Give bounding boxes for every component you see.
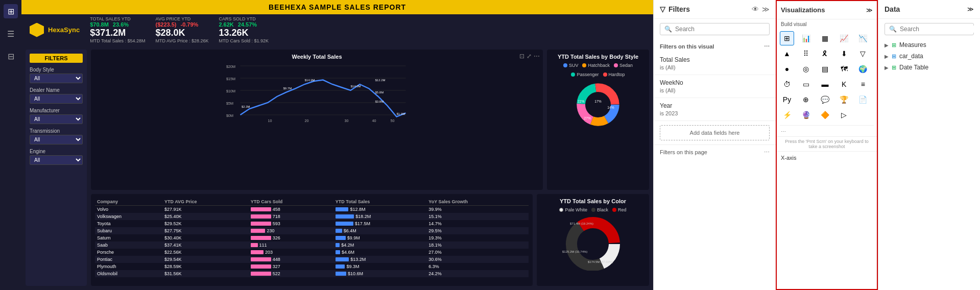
filter-body-style-select[interactable]: All	[30, 74, 83, 83]
filters-search-box[interactable]: 🔍	[660, 23, 770, 35]
color-chart-card: YTD Total Sales by Color Pale White Blac…	[537, 194, 649, 286]
color-chart-title: YTD Total Sales by Color	[541, 198, 645, 204]
viz-filled-map-icon[interactable]: 🌍	[856, 62, 870, 76]
chart-top-row: ⊡ ⤢ ⋯ Weekly Total Sales $20M $15M $10M …	[91, 50, 649, 190]
cell-total: $6.4M	[333, 227, 426, 234]
filter-manufacturer-select[interactable]: All	[30, 114, 83, 124]
viz-custom1-icon[interactable]: 🔮	[799, 108, 813, 122]
filter-body-style: Body Style All	[30, 67, 83, 83]
data-tree-date-table[interactable]: ▶ ⊞ Date Table	[878, 62, 980, 73]
viz-area-icon[interactable]: ▲	[780, 46, 794, 61]
viz-expand-icon[interactable]: ≫	[866, 7, 873, 14]
measures-label: Measures	[899, 41, 926, 49]
metric-avg-price-change1: ($223.5)	[156, 21, 177, 28]
filter-total-sales-name: Total Sales	[660, 56, 770, 63]
viz-card-icon[interactable]: ▭	[799, 77, 813, 91]
filter-engine-select[interactable]: All	[30, 155, 83, 165]
viz-gauge-icon[interactable]: ⏱	[780, 77, 794, 91]
viz-line-icon[interactable]: 📉	[856, 31, 870, 45]
viz-multirow-icon[interactable]: ▬	[818, 77, 832, 91]
viz-table-icon[interactable]: ⊞	[780, 31, 794, 45]
viz-treemap-icon[interactable]: ▤	[818, 62, 832, 76]
data-tree-measures[interactable]: ▶ ⊞ Measures	[878, 39, 980, 51]
viz-ribbon-icon[interactable]: 🎗	[818, 46, 832, 61]
measures-chevron-icon: ▶	[885, 42, 889, 48]
cell-total: $9.3M	[333, 263, 426, 270]
cell-growth: 6.3%	[426, 263, 529, 270]
viz-separator	[780, 125, 874, 126]
filters-search-input[interactable]	[675, 26, 765, 33]
nav-icon-pages[interactable]: ☰	[4, 27, 18, 41]
svg-point-34	[571, 223, 614, 265]
filters-on-page-footer: Filters on this page ⋯	[654, 144, 776, 160]
filters-sidebar: FILTERS Body Style All Dealer Name All M…	[26, 50, 87, 286]
viz-decomp-icon[interactable]: ⊕	[799, 92, 813, 107]
viz-custom3-icon[interactable]: ▷	[837, 108, 851, 122]
viz-azure-icon[interactable]: ⚡	[780, 108, 794, 122]
svg-text:10: 10	[268, 118, 272, 123]
viz-donut-icon[interactable]: ◎	[799, 62, 813, 76]
filter-transmission: Transmission All	[30, 128, 83, 144]
data-search-input[interactable]	[900, 26, 976, 33]
cell-cars: 327	[249, 263, 333, 270]
viz-bar-chart-icon[interactable]: 📊	[799, 31, 813, 45]
viz-python-icon[interactable]: Py	[780, 92, 794, 107]
svg-text:$2.3M: $2.3M	[242, 105, 250, 108]
viz-waterfall-icon[interactable]: ⬇	[837, 46, 851, 61]
legend-dot-suv	[563, 63, 567, 67]
viz-trophy-icon[interactable]: 🏆	[837, 92, 851, 107]
legend-hardtop: Hardtop	[603, 72, 625, 77]
viz-custom2-icon[interactable]: 🔶	[818, 108, 832, 122]
svg-text:$3.8M: $3.8M	[375, 100, 384, 103]
cell-growth: 30.6%	[426, 256, 529, 263]
viz-paginated-icon[interactable]: 📄	[856, 92, 870, 107]
data-tree-car-data[interactable]: ▶ ⊞ car_data	[878, 51, 980, 62]
viz-map-icon[interactable]: 🗺	[837, 62, 851, 76]
filter-dealer-label: Dealer Name	[30, 87, 83, 93]
filter-year-item[interactable]: Year is 2023	[654, 98, 776, 121]
cell-growth: 18.1%	[426, 241, 529, 249]
metric-total-sales-value: $371.2M	[90, 28, 126, 38]
legend-dot-white	[559, 208, 563, 212]
chart-bottom-row: Company YTD AVG Price YTD Cars Sold YTD …	[91, 194, 649, 286]
left-nav: ⊞ ☰ ⊟	[0, 0, 21, 290]
viz-kpi-icon[interactable]: K	[837, 77, 851, 91]
data-expand-icon[interactable]: ≫	[967, 6, 974, 13]
svg-text:$14.9M: $14.9M	[305, 79, 315, 82]
viz-funnel-icon[interactable]: ▽	[856, 46, 870, 61]
cell-growth: 29.5%	[426, 227, 529, 234]
cell-growth: 14.7%	[426, 220, 529, 227]
more-tool-icon[interactable]: ⋯	[534, 53, 540, 60]
table-row: Porsche $22.56K 203 $4.6M 27.0%	[95, 249, 529, 256]
filter-weekno-item[interactable]: WeekNo is (All)	[654, 75, 776, 98]
filters-visual-ellipsis[interactable]: ⋯	[764, 43, 770, 50]
col-yoy-growth: YoY Sales Growth	[426, 198, 529, 206]
nav-icon-home[interactable]: ⊞	[4, 4, 18, 18]
nav-icon-filters[interactable]: ⊟	[4, 49, 18, 63]
add-fields-button[interactable]: Add data fields here	[660, 125, 770, 140]
viz-slicer-icon[interactable]: ≡	[856, 77, 870, 91]
expand-tool-icon[interactable]: ⤢	[527, 53, 532, 60]
viz-column-icon[interactable]: 📈	[837, 31, 851, 45]
metric-cars-sold: Cars Sold YTD 2.62K 24.57% 13.26K MTD Ca…	[219, 16, 269, 43]
data-search-icon: 🔍	[889, 26, 897, 33]
data-search-box[interactable]: 🔍	[885, 23, 974, 35]
filter-expand-icon[interactable]: ≫	[762, 5, 770, 13]
filters-page-ellipsis[interactable]: ⋯	[764, 149, 770, 156]
filter-tool-icon[interactable]: ⊡	[519, 53, 524, 60]
viz-qna-icon[interactable]: 💬	[818, 92, 832, 107]
metric-avg-price-pct: -0.79%	[181, 21, 199, 28]
metric-avg-price-sub: MTD AVG Price : $28.26K	[156, 38, 209, 43]
legend-hatchback: Hatchback	[582, 63, 610, 68]
main-content: BEEHEXA SAMPLE SALES REPORT HexaSync Tot…	[21, 0, 653, 290]
filter-eye-icon[interactable]: 👁	[752, 5, 759, 13]
viz-pie-icon[interactable]: ●	[780, 62, 794, 76]
viz-panel: Visualizations ≫ Build visual ⊞ 📊 ▦ 📈 📉 …	[776, 0, 878, 290]
filter-dealer-select[interactable]: All	[30, 94, 83, 104]
measures-table-icon: ⊞	[892, 42, 896, 49]
viz-stacked-bar-icon[interactable]: ▦	[818, 31, 832, 45]
viz-scatter-icon[interactable]: ⠿	[799, 46, 813, 61]
filter-total-sales-item[interactable]: Total Sales is (All)	[654, 52, 776, 75]
report-title: BEEHEXA SAMPLE SALES REPORT	[21, 0, 653, 14]
filter-transmission-select[interactable]: All	[30, 135, 83, 144]
